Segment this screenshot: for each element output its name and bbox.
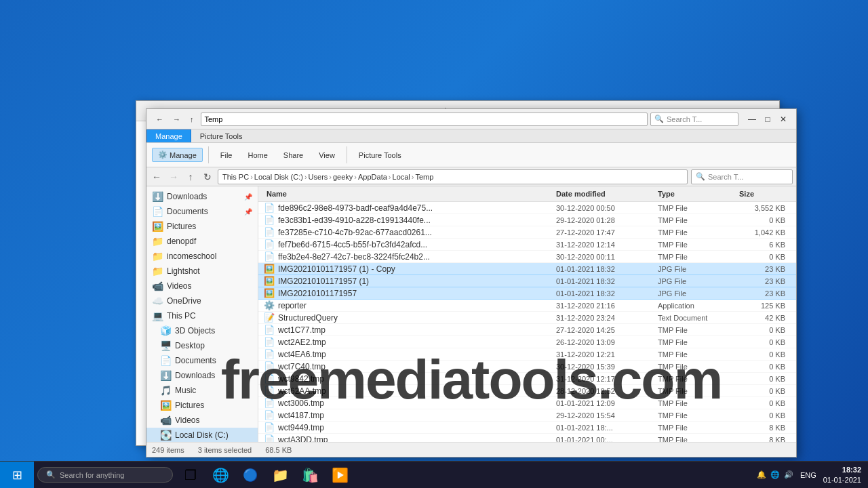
file-row[interactable]: 📝 StructuredQuery 31-12-2020 23:24 Text … [258,312,796,324]
nav-item-lightshot[interactable]: 📁 Lightshot [146,264,258,279]
file-size: 125 KB [736,301,791,310]
file-row[interactable]: 📄 wct9449.tmp 01-01-2021 18:... TMP File… [258,422,796,434]
taskbar-search-text: Search for anything [60,471,124,479]
file-name-cell: 📄 wctA3DD.tmp [264,434,553,442]
back-btn[interactable]: ← [152,113,167,125]
nav-item-vids2[interactable]: 📹 Videos [146,413,258,428]
nav-item-downloads[interactable]: ⬇️ Downloads 📌 [146,189,258,204]
volume-icon[interactable]: 🔊 [784,470,793,479]
file-date: 26-12-2020 13:09 [553,338,655,347]
file-name: fef7be6d-6715-4cc5-b55f-b7c3fd42afcd... [278,240,427,249]
file-row[interactable]: 📄 wct3006.tmp 01-01-2021 12:09 TMP File … [258,397,796,409]
taskbar-edge[interactable]: 🌐 [206,462,235,489]
nav-item-denopdf[interactable]: 📁 denopdf [146,234,258,249]
breadcrumb[interactable]: This PC › Local Disk (C:) › Users › geek… [218,169,688,184]
file-name: StructuredQuery [278,313,338,323]
tab-picture-tools[interactable]: Picture Tools [191,129,252,142]
file-type-icon: 📄 [264,422,275,432]
videos-icon: 📹 [152,281,163,291]
ribbon-view-btn[interactable]: View [313,148,341,162]
taskbar-file-explorer[interactable]: 📁 [266,462,294,489]
minimize-button[interactable]: — [745,112,760,127]
file-row[interactable]: 📄 wct4EA6.tmp 31-12-2020 12:21 TMP File … [258,348,796,361]
file-row[interactable]: 📄 fe37285e-c710-4c7b-92ac-677aacd0261...… [258,226,796,239]
selected-size: 68.5 KB [265,446,292,454]
address-bar-inner[interactable]: Temp [201,113,648,126]
notification-icon[interactable]: 🔔 [757,470,766,479]
ribbon-manage-btn[interactable]: ⚙️ Manage [152,148,203,162]
file-type: TMP File [655,228,736,237]
taskbar-media[interactable]: ▶️ [326,462,354,489]
taskbar-taskview[interactable]: ❐ [176,462,205,489]
file-row[interactable]: 📄 wctA3DD.tmp 01-01-2021 00:... TMP File… [258,434,796,442]
file-row[interactable]: 🖼️ IMG20210101171957 01-01-2021 18:32 JP… [258,287,796,300]
nav-item-dl2[interactable]: ⬇️ Downloads [146,368,258,383]
file-row[interactable]: 📄 wct2AE2.tmp 26-12-2020 13:09 TMP File … [258,336,796,348]
file-row[interactable]: ⚙️ reporter 31-12-2020 21:16 Application… [258,300,796,312]
file-name-cell: 🖼️ IMG20210101171957 [264,288,553,298]
nav-item-onedrive[interactable]: ☁️ OneDrive [146,293,258,308]
nav-up-btn[interactable]: ↑ [184,170,197,184]
col-date[interactable]: Date modified [553,188,655,199]
col-size[interactable]: Size [736,188,791,199]
search-box-inner[interactable]: 🔍 Search T... [650,113,738,126]
nav-item-documents[interactable]: 📄 Documents 📌 [146,204,258,219]
file-name-cell: 📄 fe37285e-c710-4c7b-92ac-677aacd0261... [264,227,553,237]
ribbon-home-btn[interactable]: Home [242,148,274,162]
file-row[interactable]: 🖼️ IMG20210101171957 (1) - Copy 01-01-20… [258,263,796,275]
taskbar-store[interactable]: 🛍️ [296,462,324,489]
file-row[interactable]: 📄 fef7be6d-6715-4cc5-b55f-b7c3fd42afcd..… [258,239,796,251]
nav-label-thispc: This PC [167,311,196,321]
nav-item-incomeschool[interactable]: 📁 incomeschool [146,249,258,264]
search-icon-addr: 🔍 [696,172,705,181]
file-row[interactable]: 📄 fde896c2-98e8-4973-badf-ceaf9a4d4e75..… [258,202,796,214]
ribbon-file-btn[interactable]: File [214,148,239,162]
start-button[interactable]: ⊞ [0,462,34,489]
col-name[interactable]: Name [264,188,553,199]
nav-item-desktop[interactable]: 🖥️ Desktop [146,338,258,353]
file-row[interactable]: 📄 wct9842.tmp 31-12-2020 12:17 TMP File … [258,373,796,385]
nav-item-localdisk[interactable]: 💽 Local Disk (C:) [146,428,258,442]
file-row[interactable]: 📄 wct62AA.tmp 28-12-2020 12:52 TMP File … [258,385,796,397]
file-row[interactable]: 📄 wct7C40.tmp 30-12-2020 15:39 TMP File … [258,361,796,373]
forward-btn[interactable]: → [169,113,184,125]
taskbar-search[interactable]: 🔍 Search for anything [37,467,173,483]
taskbar-sys-icons: 🔔 🌐 🔊 [757,470,793,479]
nav-item-videos[interactable]: 📹 Videos [146,279,258,293]
col-type[interactable]: Type [655,188,736,199]
file-date: 30-12-2020 00:50 [553,203,655,213]
nav-forward-btn[interactable]: → [167,170,180,184]
language-label[interactable]: ENG [800,471,816,479]
taskbar-time-date[interactable]: 18:32 01-01-2021 [823,465,861,485]
pictures-icon: 🖼️ [152,221,163,232]
nav-refresh-btn[interactable]: ↻ [201,170,214,184]
tab-manage-top[interactable]: Manage [146,129,191,142]
nav-item-thispc[interactable]: 💻 This PC [146,308,258,323]
file-date: 01-01-2021 18:32 [553,264,655,274]
file-row[interactable]: 📄 wct1C77.tmp 27-12-2020 14:25 TMP File … [258,324,796,336]
network-icon[interactable]: 🌐 [770,470,780,479]
file-name-cell: 📄 fe3c83b1-ed39-4910-a228-c19913440fe... [264,215,553,225]
nav-item-music[interactable]: 🎵 Music [146,383,258,398]
up-btn[interactable]: ↑ [186,113,198,125]
file-row[interactable]: 📄 fe3c83b1-ed39-4910-a228-c19913440fe...… [258,214,796,226]
file-row[interactable]: 📄 ffe3b2e4-8e27-42c7-bec8-3224f5fc24b2..… [258,251,796,263]
nav-item-3dobjects[interactable]: 🧊 3D Objects [146,323,258,338]
maximize-button[interactable]: □ [760,112,775,127]
taskbar-chrome[interactable]: 🔵 [236,462,264,489]
title-nav: ← → ↑ [152,113,198,125]
file-name-cell: 🖼️ IMG20210101171957 (1) [264,276,553,286]
close-button[interactable]: ✕ [776,112,791,127]
nav-item-docs2[interactable]: 📄 Documents [146,353,258,368]
file-date: 31-12-2020 12:17 [553,374,655,384]
ribbon-share-btn[interactable]: Share [277,148,309,162]
ribbon-picture-tools-btn[interactable]: Picture Tools [353,148,408,162]
nav-item-pics2[interactable]: 🖼️ Pictures [146,398,258,413]
file-size: 1,042 KB [736,228,791,237]
file-type: Application [655,301,736,310]
file-row[interactable]: 🖼️ IMG20210101171957 (1) 01-01-2021 18:3… [258,275,796,287]
search-input-addr[interactable]: 🔍 Search T... [691,169,793,184]
nav-item-pictures[interactable]: 🖼️ Pictures [146,219,258,234]
file-row[interactable]: 📄 wct4187.tmp 29-12-2020 15:54 TMP File … [258,409,796,422]
nav-back-btn[interactable]: ← [150,170,163,184]
